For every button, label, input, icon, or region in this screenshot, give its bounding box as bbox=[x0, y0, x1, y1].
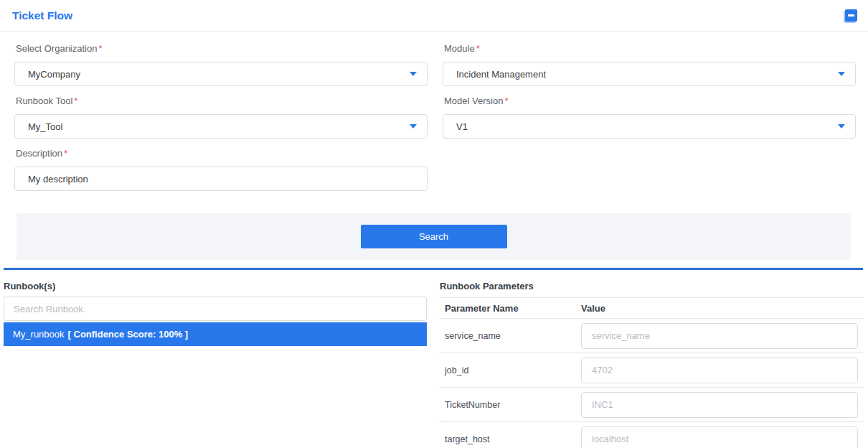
field-model-version: Model Version* V1 bbox=[443, 95, 856, 139]
minus-icon bbox=[848, 14, 854, 17]
select-organization-label: Select Organization* bbox=[16, 43, 428, 54]
field-description: Description* bbox=[14, 148, 428, 191]
ticket-number-value-input[interactable] bbox=[581, 392, 858, 418]
label-text: Runbook Tool bbox=[16, 95, 72, 106]
module-label: Module* bbox=[444, 43, 856, 54]
required-asterisk: * bbox=[64, 148, 67, 159]
runbook-list-item-selected[interactable]: My_runbook [ Confidence Score: 100% ] bbox=[4, 322, 427, 346]
ticket-flow-form: Select Organization* MyCompany Module* I… bbox=[0, 32, 868, 200]
required-asterisk: * bbox=[74, 95, 77, 106]
target-host-value-input[interactable] bbox=[581, 426, 858, 448]
chevron-down-icon bbox=[838, 124, 845, 129]
field-runbook-tool: Runbook Tool* My_Tool bbox=[14, 95, 428, 139]
parameter-value-cell bbox=[581, 358, 864, 383]
runbook-parameters-panel: Runbook Parameters Parameter Name Value … bbox=[440, 281, 864, 448]
label-text: Description bbox=[16, 148, 62, 159]
runbooks-title: Runbook(s) bbox=[4, 281, 427, 291]
collapse-panel-button[interactable] bbox=[845, 9, 857, 22]
field-select-organization: Select Organization* MyCompany bbox=[14, 43, 428, 86]
parameter-name: TicketNumber bbox=[445, 400, 581, 410]
search-button[interactable]: Search bbox=[361, 225, 507, 248]
column-header-value: Value bbox=[581, 303, 864, 314]
runbook-name: My_runbook bbox=[13, 329, 65, 340]
search-bar: Search bbox=[16, 213, 851, 260]
parameters-table-header: Parameter Name Value bbox=[440, 298, 864, 319]
module-select-value: Incident Management bbox=[456, 69, 546, 80]
chevron-down-icon bbox=[838, 72, 845, 76]
label-text: Model Version bbox=[444, 95, 503, 106]
parameter-value-cell bbox=[581, 323, 864, 349]
field-module: Module* Incident Management bbox=[443, 43, 856, 86]
description-label: Description* bbox=[16, 148, 428, 159]
parameter-name: service_name bbox=[445, 331, 581, 341]
runbook-tool-label: Runbook Tool* bbox=[16, 95, 428, 106]
table-row-target-host: target_host bbox=[440, 422, 864, 448]
parameter-name: target_host bbox=[445, 434, 581, 444]
model-version-label: Model Version* bbox=[444, 95, 856, 106]
runbook-tool-select-value: My_Tool bbox=[28, 121, 62, 132]
table-row-service-name: service_name bbox=[440, 319, 864, 353]
parameter-value-cell bbox=[581, 392, 864, 418]
job-id-value-input[interactable] bbox=[581, 358, 858, 383]
runbook-tool-select[interactable]: My_Tool bbox=[14, 114, 428, 139]
required-asterisk: * bbox=[476, 43, 480, 54]
model-version-select-value: V1 bbox=[456, 121, 468, 132]
organization-select[interactable]: MyCompany bbox=[14, 62, 428, 86]
runbook-parameters-title: Runbook Parameters bbox=[440, 281, 864, 291]
table-row-ticket-number: TicketNumber bbox=[440, 388, 864, 422]
page-title: Ticket Flow bbox=[12, 9, 72, 22]
runbook-confidence-score: [ Confidence Score: 100% ] bbox=[68, 329, 189, 340]
panel-header: Ticket Flow bbox=[0, 0, 868, 32]
parameter-value-cell bbox=[581, 426, 864, 448]
column-header-parameter-name: Parameter Name bbox=[445, 303, 581, 314]
label-text: Module bbox=[444, 43, 475, 54]
runbooks-panel: Runbook(s) My_runbook [ Confidence Score… bbox=[4, 281, 427, 448]
results-section: Runbook(s) My_runbook [ Confidence Score… bbox=[0, 281, 868, 448]
section-divider bbox=[4, 268, 863, 270]
chevron-down-icon bbox=[410, 124, 417, 129]
organization-select-value: MyCompany bbox=[28, 69, 80, 80]
label-text: Select Organization bbox=[16, 43, 97, 54]
runbook-search-input[interactable] bbox=[4, 297, 427, 321]
chevron-down-icon bbox=[410, 72, 417, 76]
table-row-job-id: job_id bbox=[440, 353, 864, 388]
module-select[interactable]: Incident Management bbox=[443, 62, 856, 86]
parameters-table: Parameter Name Value service_name job_id… bbox=[440, 297, 864, 448]
description-input[interactable] bbox=[14, 167, 428, 191]
service-name-value-input[interactable] bbox=[581, 323, 858, 349]
required-asterisk: * bbox=[98, 43, 102, 54]
model-version-select[interactable]: V1 bbox=[443, 114, 856, 139]
required-asterisk: * bbox=[504, 95, 508, 106]
parameter-name: job_id bbox=[445, 365, 581, 375]
